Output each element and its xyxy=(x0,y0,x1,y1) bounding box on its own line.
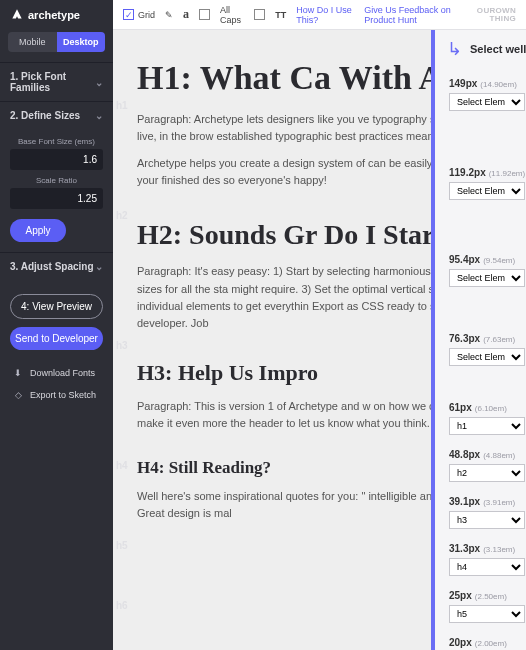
device-tabs: Mobile Desktop xyxy=(8,32,105,52)
action-label: Download Fonts xyxy=(30,368,95,378)
allcaps-label: All Caps xyxy=(220,5,244,25)
tab-desktop[interactable]: Desktop xyxy=(57,32,106,52)
download-fonts-action[interactable]: ⬇ Download Fonts xyxy=(0,362,113,384)
grid-toggle[interactable]: ✓ Grid xyxy=(123,9,155,20)
checkbox-checked-icon: ✓ xyxy=(123,9,134,20)
element-select[interactable]: h1 xyxy=(449,417,525,435)
base-size-label: Base Font Size (ems) xyxy=(10,137,103,146)
scale-row: 39.1px(3.91em)h3Lorem Ips xyxy=(435,492,526,529)
square-icon xyxy=(254,9,265,20)
export-icon: ◇ xyxy=(12,390,24,400)
scale-row: 119.2px(11.92em)Select ElementLore xyxy=(435,163,526,200)
eyedropper-tool[interactable]: ✎ xyxy=(165,10,173,20)
download-icon: ⬇ xyxy=(12,368,24,378)
scale-size-label: 119.2px(11.92em) xyxy=(449,167,526,178)
brand-logo-icon xyxy=(10,8,24,22)
sidebar: archetype Mobile Desktop 1. Pick Font Fa… xyxy=(0,0,113,650)
view-preview-button[interactable]: 4: View Preview xyxy=(10,294,103,319)
element-select[interactable]: Select Element xyxy=(449,269,525,287)
action-label: Export to Sketch xyxy=(30,390,96,400)
scale-size-label: 20px(2.00em) xyxy=(449,637,526,648)
ghost-tag: h3 xyxy=(116,340,128,351)
how-link[interactable]: How Do I Use This? xyxy=(296,5,354,25)
tab-mobile[interactable]: Mobile xyxy=(8,32,57,52)
curve-arrow-icon: ↳ xyxy=(447,40,462,58)
scale-size-label: 31.3px(3.13em) xyxy=(449,543,526,554)
section-label: 3. Adjust Spacing xyxy=(10,261,94,272)
define-sizes-body: Base Font Size (ems) Scale Ratio Apply xyxy=(0,129,113,252)
section-pick-fonts[interactable]: 1. Pick Font Families ⌄ xyxy=(0,62,113,101)
scale-size-label: 25px(2.50em) xyxy=(449,590,526,601)
element-select[interactable]: Select Element xyxy=(449,348,525,366)
scale-panel: ↳ Select well proportioned sizes for all… xyxy=(431,30,526,650)
scale-row: 25px(2.50em)h5Lorem Ipsum D xyxy=(435,586,526,623)
eyedropper-icon: ✎ xyxy=(165,10,173,20)
send-to-developer-button[interactable]: Send to Developer xyxy=(10,327,103,350)
grid-label: Grid xyxy=(138,10,155,20)
element-select[interactable]: Select Element xyxy=(449,93,525,111)
apply-button[interactable]: Apply xyxy=(10,219,66,242)
ghost-tag: h4 xyxy=(116,460,128,471)
chevron-down-icon: ⌄ xyxy=(95,77,103,88)
topbar: ✓ Grid ✎ a All Caps TT How Do I Use This… xyxy=(113,0,526,30)
base-size-input[interactable] xyxy=(10,149,103,170)
chevron-down-icon: ⌄ xyxy=(95,261,103,272)
scale-row: 48.8px(4.88em)h2Lorem Ip xyxy=(435,445,526,482)
scale-size-label: 39.1px(3.91em) xyxy=(449,496,526,507)
chevron-down-icon: ⌄ xyxy=(95,110,103,121)
color-swatch[interactable] xyxy=(199,9,210,20)
panel-header: ↳ Select well proportioned sizes for all… xyxy=(435,30,526,74)
element-select[interactable]: h2 xyxy=(449,464,525,482)
feedback-link[interactable]: Give Us Feedback on Product Hunt xyxy=(364,5,467,25)
ghost-tag: h5 xyxy=(116,540,128,551)
scale-ratio-label: Scale Ratio xyxy=(10,176,103,185)
element-select[interactable]: h4 xyxy=(449,558,525,576)
vendor-brand: OUROWNTHING xyxy=(477,7,516,23)
action-list: ⬇ Download Fonts ◇ Export to Sketch xyxy=(0,362,113,406)
font-style-a[interactable]: a xyxy=(183,7,189,22)
ghost-tag: h1 xyxy=(116,100,128,111)
panel-title: Select well proportioned sizes for all y xyxy=(470,43,526,55)
section-define-sizes[interactable]: 2. Define Sizes ⌄ xyxy=(0,101,113,129)
element-select[interactable]: h3 xyxy=(449,511,525,529)
scale-row: 61px(6.10em)h1Lorem xyxy=(435,398,526,435)
element-select[interactable]: h5 xyxy=(449,605,525,623)
brand-row: archetype xyxy=(0,0,113,32)
section-adjust-spacing[interactable]: 3. Adjust Spacing ⌄ xyxy=(0,252,113,280)
ghost-tag: h2 xyxy=(116,210,128,221)
element-select[interactable]: Select Element xyxy=(449,182,525,200)
scale-size-label: 61px(6.10em) xyxy=(449,402,526,413)
main-area: ✓ Grid ✎ a All Caps TT How Do I Use This… xyxy=(113,0,526,650)
scale-row: 149px(14.90em)Select ElementLo xyxy=(435,74,526,111)
scale-size-label: 76.3px(7.63em) xyxy=(449,333,526,344)
scale-row: 76.3px(7.63em)Select ElementLorem xyxy=(435,329,526,366)
square-icon xyxy=(199,9,210,20)
allcaps-toggle[interactable] xyxy=(254,9,265,20)
section-label: 1. Pick Font Families xyxy=(10,71,95,93)
export-sketch-action[interactable]: ◇ Export to Sketch xyxy=(0,384,113,406)
tt-control[interactable]: TT xyxy=(275,10,286,20)
scale-size-label: 149px(14.90em) xyxy=(449,78,526,89)
scale-row: 20px(2.00em)h6Lorem Ipsum Dolor xyxy=(435,633,526,650)
scale-size-label: 48.8px(4.88em) xyxy=(449,449,526,460)
scale-ratio-input[interactable] xyxy=(10,188,103,209)
scale-size-label: 95.4px(9.54em) xyxy=(449,254,526,265)
ghost-tag: h6 xyxy=(116,600,128,611)
scale-row: 31.3px(3.13em)h4Lorem Ipsum xyxy=(435,539,526,576)
section-label: 2. Define Sizes xyxy=(10,110,80,121)
brand-name: archetype xyxy=(28,9,80,21)
scale-row: 95.4px(9.54em)Select ElementLore xyxy=(435,250,526,287)
